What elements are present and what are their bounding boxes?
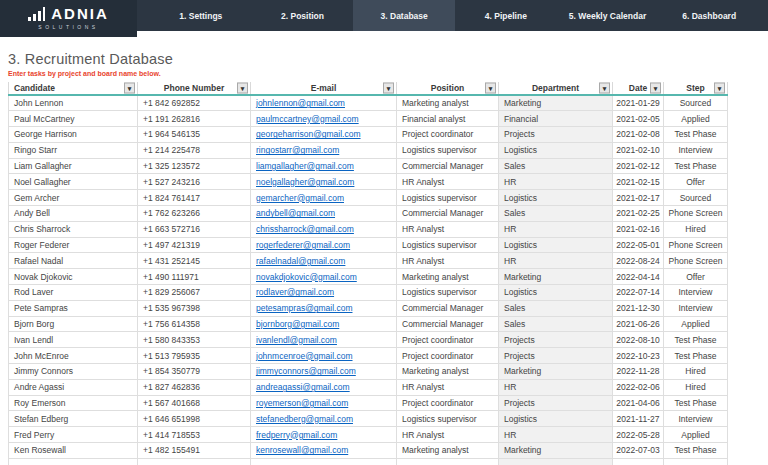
cell-candidate: Andy Bell [9,206,138,222]
cell-candidate: Chris Sharrock [9,221,138,237]
cell-date: 2021-02-25 [613,206,664,222]
filter-dropdown-button-position[interactable]: ▾ [485,83,496,94]
cell-date: 2021-02-05 [613,111,664,127]
cell-email: ivanlendl@gmail.com [251,332,397,348]
cell-date: 2021-04-06 [613,395,664,411]
cell-step: Test Phase [664,158,728,174]
cell-candidate: Pete Sampras [9,300,138,316]
cell-department: Logistics [499,411,613,427]
tab-pipeline[interactable]: 4. Pipeline [455,0,557,31]
email-link[interactable]: gemarcher@gmail.com [256,193,344,203]
filter-dropdown-button-date[interactable]: ▾ [650,83,661,94]
email-link[interactable]: rogerfederer@gmail.com [256,240,350,250]
tab-position[interactable]: 2. Position [252,0,354,31]
filter-dropdown-button-email[interactable]: ▾ [383,83,394,94]
email-link[interactable]: johnmcenroe@gmail.com [256,351,353,361]
table-row: Roy Emerson+1 567 401668royemerson@gmail… [9,395,728,411]
cell-department: HR [499,427,613,443]
page-subtitle: Enter tasks by project and board name be… [8,70,768,77]
tab-dashboard[interactable]: 6. Dashboard [658,0,760,31]
cell-step: Hired [664,364,728,380]
filter-dropdown-button-candidate[interactable]: ▾ [124,83,135,94]
column-label-date: Date [629,83,647,93]
filter-dropdown-button-phone-number[interactable]: ▾ [237,83,248,94]
cell-position: Commercial Manager [397,300,499,316]
cell-step: Phone Screen [664,206,728,222]
cell-step: Test Phase [664,127,728,143]
cell-candidate: Noel Gallagher [9,174,138,190]
email-link[interactable]: kenrosewall@gmail.com [256,445,348,455]
filter-dropdown-button-step[interactable]: ▾ [714,83,725,94]
cell-department: Sales [499,158,613,174]
email-link[interactable]: chrissharrock@gmail.com [256,224,354,234]
column-label-step: Step [686,83,704,93]
email-link[interactable]: liamgallagher@gmail.com [256,161,354,171]
email-link[interactable]: petesampras@gmail.com [256,303,353,313]
brand-tagline: SOLUTIONS [38,24,98,30]
email-link[interactable]: noelgallagher@gmail.com [256,177,354,187]
cell-step: Applied [664,427,728,443]
cell-email: chrissharrock@gmail.com [251,221,397,237]
cell-position: HR Analyst [397,221,499,237]
cell-step: Test Phase [664,332,728,348]
cell-position: Logistics supervisor [397,190,499,206]
column-label-department: Department [532,83,579,93]
cell-phone-number: +1 527 243216 [138,174,251,190]
cell-email: ringostarr@gmail.com [251,142,397,158]
cell-phone-number: +1 646 651998 [138,411,251,427]
column-header-step: Step▾ [664,82,728,95]
cell-candidate: John McEnroe [9,348,138,364]
table-row: Chris Sharrock+1 663 572716chrissharrock… [9,221,728,237]
table-row: Pete Sampras+1 535 967398petesampras@gma… [9,300,728,316]
email-link[interactable]: stefanedberg@gmail.com [256,414,353,424]
empty-row [9,458,728,465]
cell-position: Marketing analyst [397,364,499,380]
table-row: Andre Agassi+1 827 462836andreagassi@gma… [9,379,728,395]
table-row: Novak Djokovic+1 490 111971novakdjokovic… [9,269,728,285]
cell-step: Interview [664,411,728,427]
filter-dropdown-button-department[interactable]: ▾ [599,83,610,94]
column-header-candidate: Candidate▾ [9,82,138,95]
cell-date: 2022-11-28 [613,364,664,380]
column-header-phone-number: Phone Number▾ [138,82,251,95]
cell-candidate: Andre Agassi [9,379,138,395]
email-link[interactable]: fredperry@gmail.com [256,430,337,440]
cell-email: paulmccartney@gmail.com [251,111,397,127]
email-link[interactable]: jimmyconnors@gmail.com [256,366,356,376]
email-link[interactable]: johnlennon@gmail.com [256,98,345,108]
email-link[interactable]: royemerson@gmail.com [256,398,348,408]
cell-step: Applied [664,111,728,127]
cell-step: Offer [664,269,728,285]
top-navbar: ADNIA SOLUTIONS 1. Settings2. Position3.… [0,0,768,31]
cell-phone-number: +1 756 614358 [138,316,251,332]
cell-department: Projects [499,127,613,143]
cell-date: 2021-02-10 [613,142,664,158]
cell-date: 2022-07-03 [613,443,664,459]
email-link[interactable]: bjornborg@gmail.com [256,319,339,329]
email-link[interactable]: ringostarr@gmail.com [256,145,339,155]
email-link[interactable]: novakdjokovic@gmail.com [256,272,357,282]
email-link[interactable]: georgeharrison@gmail.com [256,129,361,139]
tab-database[interactable]: 3. Database [353,0,455,31]
tab-weekly-calendar[interactable]: 5. Weekly Calendar [557,0,659,31]
cell-position: Financial analyst [397,111,499,127]
tab-settings[interactable]: 1. Settings [150,0,252,31]
cell-email: johnmcenroe@gmail.com [251,348,397,364]
table-row: George Harrison+1 964 546135georgeharris… [9,127,728,143]
cell-phone-number: +1 535 967398 [138,300,251,316]
cell-department: Sales [499,206,613,222]
recruitment-database-table: Candidate▾Phone Number▾E-mail▾Position▾D… [8,82,728,465]
email-link[interactable]: rodlaver@gmail.com [256,287,334,297]
cell-date: 2022-08-24 [613,253,664,269]
email-link[interactable]: paulmccartney@gmail.com [256,114,359,124]
brand-name: ADNIA [51,7,109,21]
cell-date: 2021-11-27 [613,411,664,427]
cell-department: Projects [499,348,613,364]
column-label-email: E-mail [311,83,337,93]
email-link[interactable]: andybell@gmail.com [256,208,335,218]
email-link[interactable]: ivanlendl@gmail.com [256,335,337,345]
email-link[interactable]: rafaelnadal@gmail.com [256,256,345,266]
email-link[interactable]: andreagassi@gmail.com [256,382,350,392]
cell-position: HR Analyst [397,174,499,190]
column-label-candidate: Candidate [14,83,55,93]
